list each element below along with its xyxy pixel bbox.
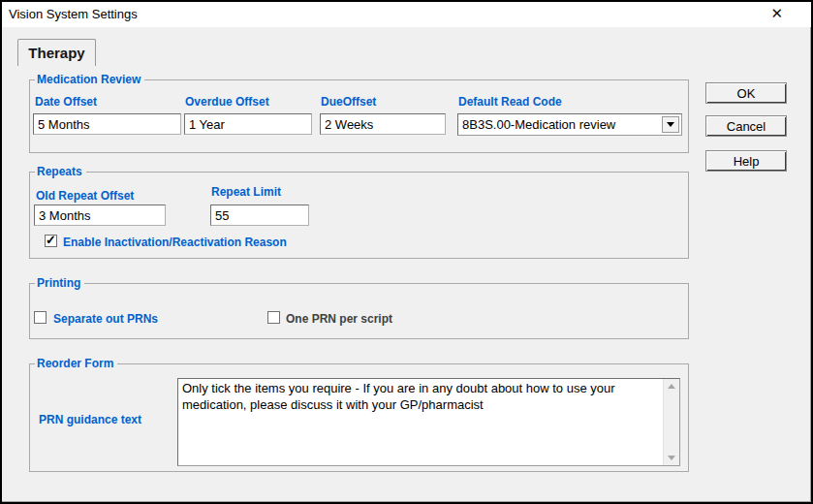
tab-label: Therapy (28, 45, 84, 61)
cancel-button[interactable]: Cancel (705, 115, 787, 137)
group-printing: Printing (29, 276, 689, 339)
repeat-limit-label: Repeat Limit (211, 185, 281, 199)
date-offset-label: Date Offset (35, 95, 97, 109)
scroll-up-icon[interactable] (668, 384, 675, 389)
group-title-printing: Printing (35, 276, 84, 290)
default-read-code-label: Default Read Code (458, 95, 562, 109)
old-repeat-offset-input[interactable] (34, 205, 166, 226)
group-title-repeats: Repeats (35, 165, 86, 178)
chevron-down-icon (667, 122, 674, 127)
group-title-medication-review: Medication Review (35, 73, 144, 86)
window-title: Vision System Settings (9, 7, 138, 21)
textarea-scrollbar[interactable] (663, 379, 679, 465)
dropdown-button[interactable] (662, 116, 679, 133)
enable-inactivation-checkbox[interactable] (45, 235, 57, 247)
due-offset-label: DueOffset (321, 95, 376, 109)
prn-guidance-label: PRN guidance text (39, 413, 141, 426)
prn-guidance-text[interactable]: Only tick the items you require - If you… (178, 379, 663, 465)
scroll-down-icon[interactable] (668, 456, 675, 460)
one-prn-per-script-label[interactable]: One PRN per script (286, 312, 392, 326)
ok-button[interactable]: OK (705, 82, 787, 104)
one-prn-per-script-checkbox[interactable] (267, 311, 280, 324)
group-title-reorder-form: Reorder Form (35, 357, 117, 370)
tab-therapy[interactable]: Therapy (17, 39, 96, 66)
date-offset-input[interactable] (33, 113, 181, 135)
prn-guidance-textarea[interactable]: Only tick the items you require - If you… (177, 378, 680, 466)
repeat-limit-input[interactable] (210, 205, 309, 226)
vision-system-settings-dialog: Vision System Settings ✕ Therapy Medicat… (0, 0, 813, 504)
titlebar: Vision System Settings ✕ (2, 2, 811, 27)
overdue-offset-input[interactable] (184, 113, 312, 135)
overdue-offset-label: Overdue Offset (185, 95, 269, 109)
separate-prns-label[interactable]: Separate out PRNs (53, 312, 158, 326)
old-repeat-offset-label: Old Repeat Offset (36, 189, 134, 203)
default-read-code-value: 8B3S.00-Medication review (458, 117, 662, 132)
enable-inactivation-label[interactable]: Enable Inactivation/Reactivation Reason (63, 236, 287, 249)
default-read-code-dropdown[interactable]: 8B3S.00-Medication review (457, 113, 682, 136)
help-button[interactable]: Help (705, 150, 787, 172)
close-icon[interactable]: ✕ (770, 5, 783, 22)
due-offset-input[interactable] (320, 113, 446, 135)
separate-prns-checkbox[interactable] (34, 311, 47, 324)
